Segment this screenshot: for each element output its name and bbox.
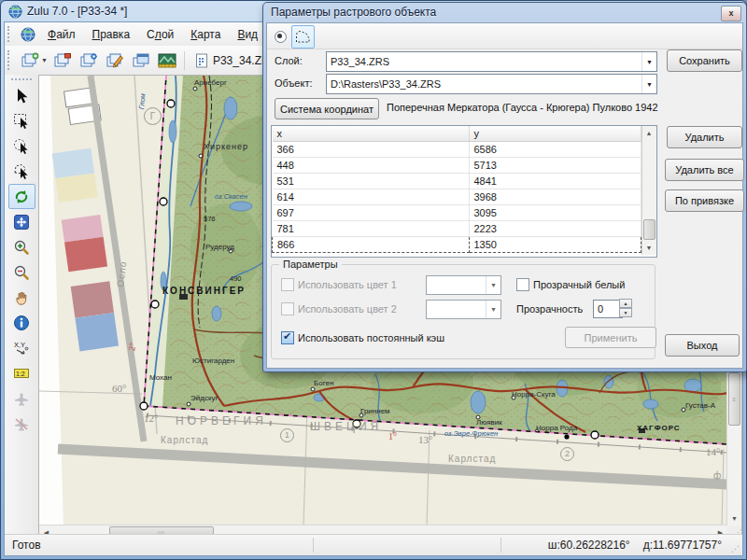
apply-button[interactable]: Применить xyxy=(565,327,656,348)
layer-properties-button[interactable] xyxy=(77,49,101,73)
select-polygon-tool-button[interactable] xyxy=(8,159,35,184)
new-window-button[interactable] xyxy=(129,49,153,73)
raster-outline-icon xyxy=(295,30,311,44)
menu-map[interactable]: Карта xyxy=(182,25,229,44)
flight-tool-button[interactable] xyxy=(8,385,35,411)
color1-combobox[interactable]: ▼ xyxy=(426,275,501,295)
chevron-down-icon[interactable]: ▼ xyxy=(641,52,656,71)
windows-plus-icon xyxy=(21,52,39,69)
dialog-client: Слой: P33_34.ZRS ▼ Сохранить Объект: D:\… xyxy=(266,22,743,369)
point-row[interactable]: 4485713 xyxy=(273,158,641,174)
use-color2-checkbox[interactable] xyxy=(281,302,294,315)
tools-grip[interactable] xyxy=(11,78,32,80)
menu-layer[interactable]: Слой xyxy=(138,25,182,44)
open-map-dropdown[interactable]: ▼ xyxy=(41,57,48,63)
pan-tool-button[interactable] xyxy=(8,285,35,310)
resize-grip[interactable]: ⋰ xyxy=(731,544,740,553)
point-row[interactable]: 5314841 xyxy=(273,174,641,189)
transparency-label: Прозрачность xyxy=(516,303,583,315)
transparent-white-checkbox[interactable] xyxy=(516,278,529,291)
dialog-mode-strip xyxy=(267,23,742,49)
exit-button[interactable]: Выход xyxy=(665,334,740,357)
column-x[interactable]: x xyxy=(273,126,470,142)
select-tool-button[interactable] xyxy=(8,83,35,108)
coordinate-system-button[interactable]: Система координат xyxy=(275,98,379,119)
edit-layer-button[interactable] xyxy=(103,49,127,73)
flight-off-tool-button[interactable] xyxy=(8,411,35,436)
chevron-down-icon[interactable]: ▼ xyxy=(486,276,500,294)
select-circle-icon xyxy=(13,138,30,155)
menu-file[interactable]: Файл xyxy=(39,25,84,44)
dialog-title: Параметры растрового объекта xyxy=(271,6,436,19)
menubar-grip[interactable] xyxy=(7,26,14,43)
color2-combobox[interactable]: ▼ xyxy=(426,300,501,319)
table-vertical-scrollbar[interactable]: ▲ ▼ xyxy=(641,126,656,255)
status-bar: Готов ш:60.26228216° д:11.69771757° ⋰ xyxy=(5,534,742,555)
points-table-body: 3666586448571353148416143968697309578122… xyxy=(273,142,641,253)
app-globe-icon xyxy=(8,5,22,19)
spin-down-icon[interactable]: ▼ xyxy=(619,308,632,317)
by-anchor-button[interactable]: По привязке xyxy=(665,189,744,212)
status-longitude: д:11.69771757° xyxy=(643,539,722,552)
application: Zulu 7.0 - [P33-34 *] ФайлПравкаСлойКарт… xyxy=(0,0,747,560)
add-layer-button[interactable] xyxy=(50,49,75,73)
raster-outline-tool-button[interactable] xyxy=(291,25,315,49)
point-row[interactable]: 6973095 xyxy=(273,205,641,221)
windows-badge-icon xyxy=(53,52,72,69)
zoom-in-tool-button[interactable] xyxy=(8,234,35,259)
reference-points-table[interactable]: x y 366658644857135314841614396869730957… xyxy=(271,125,657,258)
open-map-button[interactable] xyxy=(18,49,42,73)
table-scroll-thumb[interactable] xyxy=(643,219,655,240)
layer-combobox[interactable]: P33_34.ZRS ▼ xyxy=(326,51,657,72)
refresh-icon xyxy=(13,189,30,205)
use-cache-label: Использовать постоянный кэш xyxy=(298,332,444,343)
toolbar-grip[interactable] xyxy=(7,50,14,71)
windows-icon xyxy=(132,52,150,69)
delete-all-button[interactable]: Удалить все xyxy=(665,159,744,181)
scroll-up-icon[interactable]: ▲ xyxy=(642,126,655,140)
select-rect-tool-button[interactable] xyxy=(8,108,35,133)
point-row[interactable]: 8661350 xyxy=(273,237,641,253)
transparency-spinner[interactable]: ▲ ▼ xyxy=(619,299,632,317)
point-row[interactable]: 7812223 xyxy=(273,221,641,237)
save-button[interactable]: Сохранить xyxy=(667,49,742,72)
menu-view[interactable]: Вид xyxy=(229,25,266,44)
use-color1-checkbox[interactable] xyxy=(281,278,294,291)
v-scroll-thumb[interactable]: ≡ xyxy=(728,372,740,426)
transparent-white-label: Прозрачный белый xyxy=(533,279,625,290)
raster-parameters-dialog: Параметры растрового объекта x Слой: P33… xyxy=(262,2,747,372)
menu-items: ФайлПравкаСлойКартаВид xyxy=(39,25,266,44)
fit-extent-tool-button[interactable] xyxy=(8,209,35,234)
scroll-down-icon[interactable]: ▼ xyxy=(642,241,655,255)
point-row[interactable]: 3666586 xyxy=(273,142,641,158)
xy-coords-icon: X,Y xyxy=(13,340,30,357)
coordinate-system-value: Поперечная Меркатора (Гаусса - Крюгера) … xyxy=(387,102,658,113)
dialog-close-button[interactable]: x xyxy=(721,6,741,21)
point-row[interactable]: 6143968 xyxy=(273,189,641,205)
delete-button[interactable]: Удалить xyxy=(667,126,742,148)
chevron-down-icon[interactable]: ▼ xyxy=(486,301,500,318)
map-image-button[interactable] xyxy=(155,49,179,73)
windows-gear-icon xyxy=(79,52,98,69)
spin-up-icon[interactable]: ▲ xyxy=(619,299,632,308)
chevron-down-icon[interactable]: ▼ xyxy=(641,75,656,93)
scroll-down-icon[interactable]: ▼ xyxy=(727,511,741,525)
xy-coords-tool-button[interactable]: X,Y xyxy=(8,335,35,360)
use-color2-label: Использовать цвет 2 xyxy=(298,303,397,315)
column-y[interactable]: y xyxy=(469,126,641,142)
select-circle-tool-button[interactable] xyxy=(8,133,35,159)
globe-icon xyxy=(21,27,35,42)
use-cache-checkbox[interactable] xyxy=(281,331,294,344)
flight-off-icon xyxy=(13,415,30,432)
outline-mode-radio[interactable] xyxy=(275,31,287,43)
zoom-out-icon xyxy=(13,264,30,281)
object-combobox[interactable]: D:\Rasters\P33_34.ZRS ▼ xyxy=(326,74,657,94)
info-icon xyxy=(13,315,30,331)
map-tools-toolbar: X,Y 1:2 xyxy=(5,75,39,535)
zoom-out-tool-button[interactable] xyxy=(8,259,35,285)
menu-edit[interactable]: Правка xyxy=(84,25,139,44)
refresh-tool-button[interactable] xyxy=(8,184,35,209)
info-tool-button[interactable] xyxy=(8,310,35,335)
scale-tool-button[interactable]: 1:2 xyxy=(8,360,35,385)
document-grid-icon xyxy=(194,53,209,68)
